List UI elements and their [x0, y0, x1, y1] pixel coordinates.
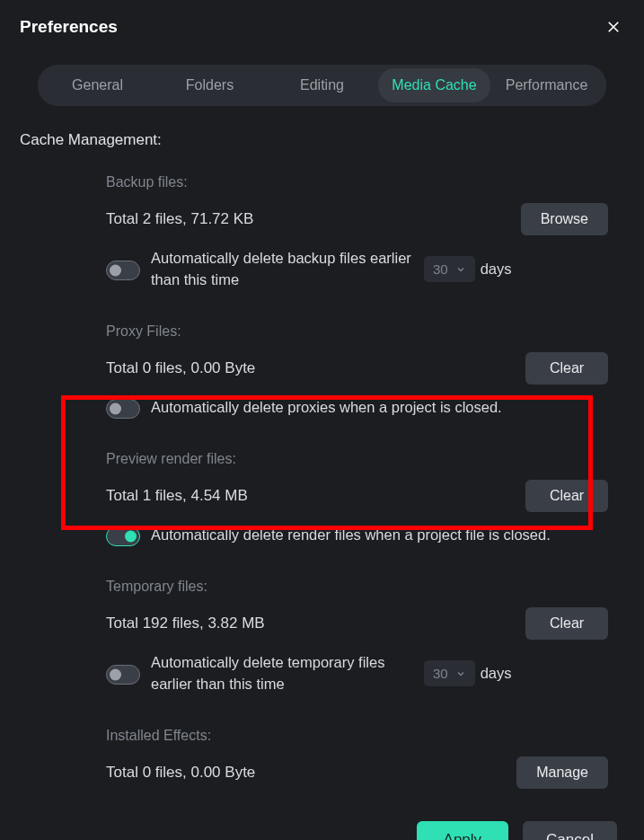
preview-label: Preview render files:	[106, 451, 608, 467]
temp-label: Temporary files:	[106, 579, 608, 595]
backup-label: Backup files:	[106, 174, 608, 190]
proxy-toggle[interactable]	[106, 399, 140, 419]
backup-section: Backup files: Total 2 files, 71.72 KB Br…	[106, 174, 608, 291]
manage-button[interactable]: Manage	[516, 756, 608, 789]
temp-toggle[interactable]	[106, 665, 140, 685]
preview-toggle[interactable]	[106, 526, 140, 546]
temp-stat: Total 192 files, 3.82 MB	[106, 615, 265, 632]
proxy-toggle-label: Automatically delete proxies when a proj…	[151, 397, 608, 419]
preview-toggle-label: Automatically delete render files when a…	[151, 525, 608, 546]
backup-stat: Total 2 files, 71.72 KB	[106, 210, 253, 228]
temp-toggle-label: Automatically delete temporary files ear…	[151, 652, 420, 695]
effects-section: Installed Effects: Total 0 files, 0.00 B…	[106, 728, 608, 789]
cancel-button[interactable]: Cancel	[523, 821, 617, 840]
temp-days-select[interactable]: 30	[424, 660, 475, 686]
apply-button[interactable]: Apply	[417, 821, 509, 840]
chevron-down-icon	[455, 668, 466, 679]
tab-performance[interactable]: Performance	[490, 68, 603, 102]
effects-stat: Total 0 files, 0.00 Byte	[106, 764, 255, 782]
browse-button[interactable]: Browse	[521, 203, 608, 235]
tabs-container: General Folders Editing Media Cache Perf…	[38, 65, 606, 106]
backup-toggle[interactable]	[106, 261, 140, 280]
window-title: Preferences	[20, 17, 118, 37]
effects-label: Installed Effects:	[106, 728, 608, 744]
temp-days-value: 30	[433, 666, 448, 681]
tab-media-cache[interactable]: Media Cache	[378, 68, 490, 102]
temp-clear-button[interactable]: Clear	[525, 607, 608, 640]
proxy-section: Proxy Files: Total 0 files, 0.00 Byte Cl…	[106, 323, 608, 419]
preview-stat: Total 1 files, 4.54 MB	[106, 487, 248, 505]
backup-days-unit: days	[481, 261, 512, 278]
backup-toggle-label: Automatically delete backup files earlie…	[151, 248, 420, 291]
tab-folders[interactable]: Folders	[154, 68, 266, 102]
proxy-stat: Total 0 files, 0.00 Byte	[106, 359, 255, 377]
temp-days-unit: days	[481, 665, 512, 682]
proxy-label: Proxy Files:	[106, 323, 608, 340]
close-icon	[605, 19, 622, 35]
backup-days-select[interactable]: 30	[424, 256, 475, 282]
proxy-clear-button[interactable]: Clear	[525, 352, 608, 385]
page-section-title: Cache Management:	[20, 131, 624, 149]
backup-days-value: 30	[433, 261, 448, 277]
preview-clear-button[interactable]: Clear	[525, 480, 608, 512]
tab-editing[interactable]: Editing	[266, 68, 378, 102]
tab-general[interactable]: General	[41, 68, 154, 102]
temp-section: Temporary files: Total 192 files, 3.82 M…	[106, 579, 608, 695]
preview-section: Preview render files: Total 1 files, 4.5…	[106, 451, 608, 546]
close-button[interactable]	[603, 16, 624, 38]
chevron-down-icon	[455, 264, 466, 275]
